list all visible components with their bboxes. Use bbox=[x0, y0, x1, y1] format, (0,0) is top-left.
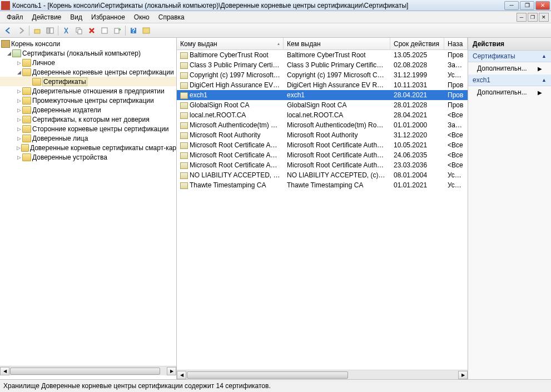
cell-issued-to: exch1 bbox=[177, 91, 284, 100]
list-row[interactable]: Microsoft Root Certificate Auth...Micros… bbox=[177, 150, 468, 160]
col-issued-to[interactable]: Кому выдан▴ bbox=[177, 38, 284, 49]
scroll-thumb[interactable] bbox=[187, 371, 348, 379]
cell-expiration: 01.01.2021 bbox=[390, 181, 444, 190]
scroll-left-button[interactable]: ◀ bbox=[177, 371, 186, 379]
expander-icon[interactable]: ▷ bbox=[16, 88, 22, 94]
tree-enterprise-trust[interactable]: ▷ Доверительные отношения в предприятии bbox=[0, 86, 176, 96]
menu-help[interactable]: Справка bbox=[154, 12, 189, 22]
tree-trusted-people[interactable]: ▷ Доверенные лица bbox=[0, 133, 176, 143]
cell-issued-by: GlobalSign Root CA bbox=[284, 101, 390, 110]
minimize-button[interactable]: ─ bbox=[504, 1, 519, 10]
col-issued-by[interactable]: Кем выдан bbox=[284, 38, 390, 49]
tree-hscroll[interactable]: ◀ ▶ bbox=[0, 366, 176, 375]
actions-header: Действия bbox=[468, 38, 551, 51]
help-button[interactable]: ? bbox=[127, 24, 140, 37]
app-icon bbox=[1, 1, 10, 10]
forward-button[interactable] bbox=[15, 24, 27, 37]
cell-issued-to: DigiCert High Assurance EV Ro... bbox=[177, 81, 284, 90]
menu-window[interactable]: Окно bbox=[130, 12, 154, 22]
col-purposes[interactable]: Наза bbox=[444, 38, 468, 49]
tree-label: Доверенные издатели bbox=[32, 106, 101, 114]
tree-smart-card[interactable]: ▷ Доверенные корневые сертификаты смарт-… bbox=[0, 143, 176, 152]
back-button[interactable] bbox=[2, 24, 14, 37]
menu-favorites[interactable]: Избранное bbox=[87, 12, 130, 22]
cell-issued-to: Class 3 Public Primary Certificat... bbox=[177, 61, 284, 70]
tree-third-party[interactable]: ▷ Сторонние корневые центры сертификации bbox=[0, 124, 176, 133]
list-row[interactable]: Thawte Timestamping CAThawte Timestampin… bbox=[177, 180, 468, 190]
list-row[interactable]: GlobalSign Root CAGlobalSign Root CA28.0… bbox=[177, 100, 468, 110]
list-row[interactable]: Microsoft Root Certificate Auth...Micros… bbox=[177, 140, 468, 150]
menu-action[interactable]: Действие bbox=[28, 12, 66, 22]
list-hscroll[interactable]: ◀ ▶ bbox=[177, 370, 468, 379]
action-more-1[interactable]: Дополнительн... ▶ bbox=[468, 62, 551, 75]
list-row[interactable]: DigiCert High Assurance EV Ro...DigiCert… bbox=[177, 80, 468, 90]
mdi-restore-button[interactable]: ❐ bbox=[528, 13, 538, 22]
list-row[interactable]: Copyright (c) 1997 Microsoft C...Copyrig… bbox=[177, 70, 468, 80]
scroll-track[interactable] bbox=[9, 367, 167, 375]
cell-issued-to: GlobalSign Root CA bbox=[177, 101, 284, 110]
expander-icon[interactable]: ◢ bbox=[6, 51, 12, 56]
up-button[interactable] bbox=[31, 24, 43, 37]
copy-button[interactable] bbox=[73, 24, 85, 37]
certificate-icon bbox=[180, 152, 188, 159]
certificate-icon bbox=[180, 162, 188, 169]
cell-purposes: Пров bbox=[444, 81, 468, 90]
scroll-right-button[interactable]: ▶ bbox=[458, 371, 468, 379]
expander-icon[interactable]: ▷ bbox=[16, 126, 22, 132]
tree-root[interactable]: Корень консоли bbox=[0, 39, 176, 48]
expander-icon[interactable]: ▷ bbox=[16, 98, 22, 103]
list-row[interactable]: Microsoft Authenticode(tm) Ro...Microsof… bbox=[177, 120, 468, 130]
delete-button[interactable] bbox=[86, 24, 98, 37]
scroll-left-button[interactable]: ◀ bbox=[0, 367, 9, 375]
list-row[interactable]: Baltimore CyberTrust RootBaltimore Cyber… bbox=[177, 50, 468, 60]
tree-label: Доверительные отношения в предприятии bbox=[32, 87, 165, 95]
col-expiration[interactable]: Срок действия bbox=[390, 38, 444, 49]
tree-personal[interactable]: ▷ Личное bbox=[0, 58, 176, 67]
list-row[interactable]: NO LIABILITY ACCEPTED, (c)97 ...NO LIABI… bbox=[177, 170, 468, 180]
action-section-certs[interactable]: Сертификаты ▲ bbox=[468, 51, 551, 62]
tree-label: Сертификаты (локальный компьютер) bbox=[22, 49, 141, 57]
mdi-close-button[interactable]: ✕ bbox=[539, 13, 549, 22]
cell-issued-to: Microsoft Root Certificate Auth... bbox=[177, 161, 284, 170]
list-row[interactable]: Microsoft Root AuthorityMicrosoft Root A… bbox=[177, 130, 468, 140]
cell-issued-to: Microsoft Root Authority bbox=[177, 131, 284, 140]
menu-file[interactable]: Файл bbox=[2, 12, 28, 22]
tree-trusted-root[interactable]: ◢ Доверенные корневые центры сертификаци… bbox=[0, 67, 176, 77]
maximize-button[interactable]: ❐ bbox=[520, 1, 534, 10]
menu-view[interactable]: Вид bbox=[66, 12, 87, 22]
col-label: Срок действия bbox=[394, 40, 439, 48]
actions-pane: Действия Сертификаты ▲ Дополнительн... ▶… bbox=[468, 38, 551, 379]
list-row[interactable]: local.net.ROOT.CAlocal.net.ROOT.CA28.04.… bbox=[177, 110, 468, 120]
certificate-icon bbox=[180, 112, 188, 119]
close-button[interactable]: ✕ bbox=[535, 1, 550, 10]
window-title: Консоль1 - [Корень консоли\Сертификаты (… bbox=[12, 2, 504, 9]
tree-trusted-devices[interactable]: ▷ Доверенные устройства bbox=[0, 152, 176, 162]
list-row[interactable]: Microsoft Root Certificate Auth...Micros… bbox=[177, 160, 468, 170]
tree-intermediate[interactable]: ▷ Промежуточные центры сертификации bbox=[0, 96, 176, 105]
mdi-minimize-button[interactable]: ─ bbox=[517, 13, 527, 22]
tree-trusted-publishers[interactable]: ▷ Доверенные издатели bbox=[0, 105, 176, 115]
options-button[interactable] bbox=[140, 24, 152, 37]
cut-button[interactable] bbox=[60, 24, 72, 37]
tree-certs-local[interactable]: ◢ Сертификаты (локальный компьютер) bbox=[0, 48, 176, 58]
tree-untrusted[interactable]: ▷ Сертификаты, к которым нет доверия bbox=[0, 115, 176, 124]
list-row[interactable]: exch1exch128.04.2021Пров bbox=[177, 90, 468, 100]
action-section-exch1[interactable]: exch1 ▲ bbox=[468, 75, 551, 86]
expander-icon[interactable]: ▷ bbox=[16, 107, 22, 113]
scroll-track[interactable] bbox=[186, 371, 458, 379]
scroll-thumb[interactable] bbox=[10, 368, 160, 375]
export-button[interactable] bbox=[111, 24, 123, 37]
expander-icon[interactable]: ◢ bbox=[16, 70, 22, 75]
show-hide-button[interactable] bbox=[44, 24, 56, 37]
expander-icon[interactable]: ▷ bbox=[16, 136, 22, 141]
properties-button[interactable] bbox=[98, 24, 111, 37]
list-row[interactable]: Class 3 Public Primary Certificat...Clas… bbox=[177, 60, 468, 70]
expander-icon[interactable]: ▷ bbox=[16, 155, 22, 160]
tree-certificates[interactable]: Сертификаты bbox=[0, 77, 176, 86]
expander-icon[interactable]: ▷ bbox=[16, 145, 21, 151]
expander-icon[interactable]: ▷ bbox=[16, 117, 22, 122]
tree-label: Сертификаты, к которым нет доверия bbox=[32, 116, 150, 123]
expander-icon[interactable]: ▷ bbox=[16, 60, 22, 66]
scroll-right-button[interactable]: ▶ bbox=[167, 367, 176, 375]
action-more-2[interactable]: Дополнительн... ▶ bbox=[468, 86, 551, 98]
